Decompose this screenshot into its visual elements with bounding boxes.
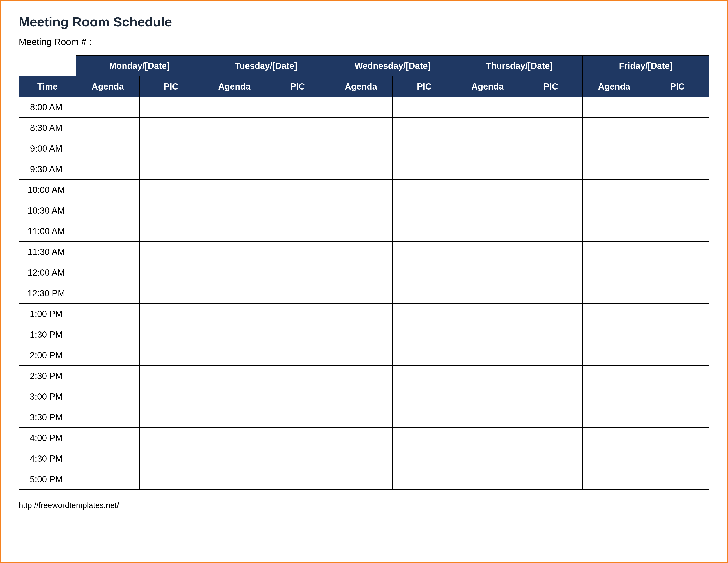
slot-cell[interactable] bbox=[76, 448, 139, 469]
slot-cell[interactable] bbox=[329, 179, 393, 200]
slot-cell[interactable] bbox=[203, 262, 266, 283]
slot-cell[interactable] bbox=[456, 428, 519, 448]
slot-cell[interactable] bbox=[76, 200, 139, 221]
slot-cell[interactable] bbox=[393, 283, 456, 303]
slot-cell[interactable] bbox=[76, 262, 139, 283]
slot-cell[interactable] bbox=[646, 283, 709, 303]
slot-cell[interactable] bbox=[329, 241, 393, 262]
slot-cell[interactable] bbox=[393, 97, 456, 117]
slot-cell[interactable] bbox=[582, 448, 646, 469]
slot-cell[interactable] bbox=[266, 324, 329, 345]
slot-cell[interactable] bbox=[329, 262, 393, 283]
slot-cell[interactable] bbox=[519, 221, 583, 241]
slot-cell[interactable] bbox=[456, 469, 519, 490]
slot-cell[interactable] bbox=[582, 179, 646, 200]
slot-cell[interactable] bbox=[582, 366, 646, 386]
slot-cell[interactable] bbox=[582, 97, 646, 117]
slot-cell[interactable] bbox=[266, 345, 329, 366]
slot-cell[interactable] bbox=[456, 366, 519, 386]
slot-cell[interactable] bbox=[393, 241, 456, 262]
slot-cell[interactable] bbox=[266, 200, 329, 221]
slot-cell[interactable] bbox=[456, 200, 519, 221]
slot-cell[interactable] bbox=[139, 366, 203, 386]
slot-cell[interactable] bbox=[76, 469, 139, 490]
slot-cell[interactable] bbox=[329, 428, 393, 448]
slot-cell[interactable] bbox=[76, 283, 139, 303]
slot-cell[interactable] bbox=[266, 283, 329, 303]
slot-cell[interactable] bbox=[456, 448, 519, 469]
slot-cell[interactable] bbox=[329, 97, 393, 117]
slot-cell[interactable] bbox=[582, 428, 646, 448]
slot-cell[interactable] bbox=[456, 407, 519, 428]
slot-cell[interactable] bbox=[456, 241, 519, 262]
slot-cell[interactable] bbox=[76, 407, 139, 428]
slot-cell[interactable] bbox=[519, 407, 583, 428]
slot-cell[interactable] bbox=[582, 241, 646, 262]
slot-cell[interactable] bbox=[203, 138, 266, 159]
slot-cell[interactable] bbox=[203, 407, 266, 428]
slot-cell[interactable] bbox=[266, 221, 329, 241]
slot-cell[interactable] bbox=[456, 159, 519, 179]
slot-cell[interactable] bbox=[203, 179, 266, 200]
slot-cell[interactable] bbox=[646, 262, 709, 283]
slot-cell[interactable] bbox=[646, 138, 709, 159]
slot-cell[interactable] bbox=[139, 117, 203, 138]
slot-cell[interactable] bbox=[456, 179, 519, 200]
slot-cell[interactable] bbox=[266, 303, 329, 324]
slot-cell[interactable] bbox=[266, 241, 329, 262]
slot-cell[interactable] bbox=[456, 303, 519, 324]
slot-cell[interactable] bbox=[582, 407, 646, 428]
slot-cell[interactable] bbox=[203, 159, 266, 179]
slot-cell[interactable] bbox=[646, 303, 709, 324]
slot-cell[interactable] bbox=[582, 200, 646, 221]
slot-cell[interactable] bbox=[76, 386, 139, 407]
slot-cell[interactable] bbox=[646, 428, 709, 448]
slot-cell[interactable] bbox=[203, 117, 266, 138]
slot-cell[interactable] bbox=[582, 159, 646, 179]
slot-cell[interactable] bbox=[329, 200, 393, 221]
slot-cell[interactable] bbox=[329, 407, 393, 428]
slot-cell[interactable] bbox=[646, 345, 709, 366]
slot-cell[interactable] bbox=[329, 386, 393, 407]
slot-cell[interactable] bbox=[203, 448, 266, 469]
slot-cell[interactable] bbox=[266, 428, 329, 448]
slot-cell[interactable] bbox=[519, 303, 583, 324]
slot-cell[interactable] bbox=[139, 324, 203, 345]
slot-cell[interactable] bbox=[139, 97, 203, 117]
slot-cell[interactable] bbox=[139, 303, 203, 324]
slot-cell[interactable] bbox=[519, 345, 583, 366]
slot-cell[interactable] bbox=[203, 386, 266, 407]
slot-cell[interactable] bbox=[582, 469, 646, 490]
slot-cell[interactable] bbox=[76, 366, 139, 386]
slot-cell[interactable] bbox=[393, 200, 456, 221]
slot-cell[interactable] bbox=[519, 117, 583, 138]
slot-cell[interactable] bbox=[266, 117, 329, 138]
slot-cell[interactable] bbox=[456, 345, 519, 366]
slot-cell[interactable] bbox=[582, 221, 646, 241]
slot-cell[interactable] bbox=[203, 200, 266, 221]
slot-cell[interactable] bbox=[582, 283, 646, 303]
slot-cell[interactable] bbox=[646, 241, 709, 262]
slot-cell[interactable] bbox=[139, 283, 203, 303]
slot-cell[interactable] bbox=[582, 303, 646, 324]
slot-cell[interactable] bbox=[266, 179, 329, 200]
slot-cell[interactable] bbox=[139, 428, 203, 448]
slot-cell[interactable] bbox=[203, 221, 266, 241]
slot-cell[interactable] bbox=[139, 200, 203, 221]
slot-cell[interactable] bbox=[646, 366, 709, 386]
slot-cell[interactable] bbox=[646, 386, 709, 407]
slot-cell[interactable] bbox=[646, 407, 709, 428]
slot-cell[interactable] bbox=[456, 221, 519, 241]
slot-cell[interactable] bbox=[456, 138, 519, 159]
slot-cell[interactable] bbox=[76, 138, 139, 159]
slot-cell[interactable] bbox=[329, 448, 393, 469]
slot-cell[interactable] bbox=[519, 366, 583, 386]
slot-cell[interactable] bbox=[393, 262, 456, 283]
slot-cell[interactable] bbox=[582, 345, 646, 366]
slot-cell[interactable] bbox=[646, 221, 709, 241]
slot-cell[interactable] bbox=[329, 469, 393, 490]
slot-cell[interactable] bbox=[519, 283, 583, 303]
slot-cell[interactable] bbox=[266, 407, 329, 428]
slot-cell[interactable] bbox=[139, 179, 203, 200]
slot-cell[interactable] bbox=[519, 386, 583, 407]
